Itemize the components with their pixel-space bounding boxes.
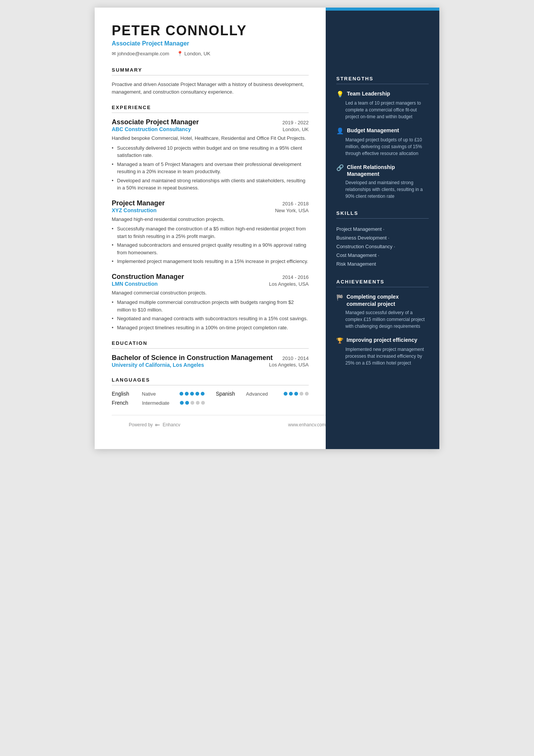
- dot: [201, 392, 205, 396]
- lang-english-dots: [180, 392, 205, 396]
- strength-1-title: Team Leadership: [347, 90, 390, 97]
- strength-2-title-row: 👤 Budget Management: [336, 127, 429, 135]
- languages-section: LANGUAGES English Native Spanish Advance…: [112, 377, 309, 406]
- strength-2: 👤 Budget Management Managed project budg…: [336, 127, 429, 157]
- edu-1-degree: Bachelor of Science in Construction Mana…: [112, 354, 273, 362]
- job-1-bullets: Successfully delivered 10 projects withi…: [112, 144, 309, 192]
- job-1-bullet-3: Developed and maintained strong relation…: [112, 177, 309, 192]
- job-3-header: Construction Manager 2014 - 2016: [112, 273, 309, 281]
- dot: [185, 401, 189, 405]
- candidate-title: Associate Project Manager: [112, 40, 309, 47]
- dot: [180, 392, 183, 396]
- client-relationship-icon: 🔗: [336, 164, 344, 171]
- dot: [201, 401, 205, 405]
- dot: [190, 401, 194, 405]
- skill-4: Cost Management ·: [336, 251, 429, 260]
- summary-section: SUMMARY Proactive and driven Associate P…: [112, 67, 309, 95]
- edu-1-dates: 2010 - 2014: [283, 355, 309, 361]
- job-3-bullets: Managed multiple commercial construction…: [112, 299, 309, 331]
- contact-info: ✉ johndoe@example.com 📍 London, UK: [112, 51, 309, 56]
- dot: [300, 392, 303, 396]
- lang-english: English Native Spanish Advanced: [112, 391, 309, 397]
- job-3-company-row: LMN Construction Los Angeles, USA: [112, 281, 309, 287]
- strength-3-desc: Developed and maintained strong relation…: [336, 179, 429, 200]
- summary-text: Proactive and driven Associate Project M…: [112, 81, 309, 95]
- job-1-bullet-1: Successfully delivered 10 projects withi…: [112, 144, 309, 159]
- edu-1-school-row: University of California, Los Angeles Lo…: [112, 362, 309, 368]
- lang-english-level: Native: [142, 391, 180, 397]
- lang-spanish-name: Spanish: [216, 391, 246, 397]
- achievement-2-title: Improving project efficiency: [347, 337, 417, 343]
- dot: [185, 392, 189, 396]
- dot: [305, 392, 309, 396]
- education-title: EDUCATION: [112, 340, 309, 349]
- strengths-title: STRENGTHS: [336, 76, 429, 84]
- lang-french: French Intermediate: [112, 400, 309, 406]
- edu-1-school: University of California, Los Angeles: [112, 362, 204, 368]
- achievements-title: ACHIEVEMENTS: [336, 279, 429, 287]
- right-panel: STRENGTHS 💡 Team Leadership Led a team o…: [326, 8, 439, 449]
- job-3-bullet-2: Negotiated and managed contracts with su…: [112, 315, 309, 322]
- job-2-dates: 2016 - 2018: [283, 201, 309, 207]
- job-2-company: XYZ Construction: [112, 207, 156, 213]
- job-3-title: Construction Manager: [112, 273, 184, 281]
- skill-1: Project Management ·: [336, 225, 429, 233]
- achievement-1-desc: Managed successful delivery of a complex…: [336, 309, 429, 330]
- location-icon: 📍: [177, 51, 183, 56]
- skills-title: SKILLS: [336, 210, 429, 219]
- strength-3-title: Client Relationship Management: [347, 164, 429, 177]
- job-2-bullets: Successfully managed the construction of…: [112, 225, 309, 265]
- email-contact: ✉ johndoe@example.com: [112, 51, 169, 56]
- job-2-title: Project Manager: [112, 199, 165, 207]
- summary-title: SUMMARY: [112, 67, 309, 75]
- job-1-bullet-2: Managed a team of 5 Project Managers and…: [112, 161, 309, 175]
- dot: [294, 392, 298, 396]
- budget-icon: 👤: [336, 127, 344, 135]
- lang-french-level: Intermediate: [142, 400, 180, 406]
- job-2-location: New York, USA: [275, 208, 309, 213]
- experience-title: EXPERIENCE: [112, 105, 309, 113]
- location-contact: 📍 London, UK: [177, 51, 211, 56]
- dot: [190, 392, 194, 396]
- strength-2-title: Budget Management: [347, 127, 399, 134]
- enhancv-logo-icon: ⟜: [155, 421, 160, 428]
- lang-spanish-level: Advanced: [246, 391, 284, 397]
- job-3-bullet-3: Managed project timelines resulting in a…: [112, 324, 309, 332]
- lang-spanish-dots: [284, 392, 309, 396]
- candidate-name: PETER CONNOLLY: [112, 23, 309, 39]
- job-3-dates: 2014 - 2016: [283, 274, 309, 280]
- strength-1: 💡 Team Leadership Led a team of 10 proje…: [336, 90, 429, 120]
- edu-1-header: Bachelor of Science in Construction Mana…: [112, 354, 309, 362]
- strength-3: 🔗 Client Relationship Management Develop…: [336, 164, 429, 200]
- team-leadership-icon: 💡: [336, 91, 344, 98]
- edu-1: Bachelor of Science in Construction Mana…: [112, 354, 309, 368]
- dot: [289, 392, 293, 396]
- skills-section: SKILLS Project Management · Business Dev…: [336, 210, 429, 268]
- lang-french-name: French: [112, 400, 142, 406]
- job-1-location: London, UK: [283, 127, 309, 132]
- lang-french-dots: [180, 401, 205, 405]
- footer-brand: Powered by ⟜ Enhancv: [129, 421, 180, 428]
- languages-title: LANGUAGES: [112, 377, 309, 385]
- completing-project-icon: 🏁: [336, 294, 344, 301]
- job-2-header: Project Manager 2016 - 2018: [112, 199, 309, 207]
- dot: [195, 392, 199, 396]
- achievement-2-title-row: 🏆 Improving project efficiency: [336, 337, 429, 344]
- dot: [196, 401, 200, 405]
- skill-5: Risk Management: [336, 260, 429, 268]
- lang-english-name: English: [112, 391, 142, 397]
- job-2-bullet-3: Implemented project management tools res…: [112, 258, 309, 265]
- job-1-desc: Handled bespoke Commercial, Hotel, Healt…: [112, 135, 309, 142]
- job-2: Project Manager 2016 - 2018 XYZ Construc…: [112, 199, 309, 265]
- strengths-section: STRENGTHS 💡 Team Leadership Led a team o…: [336, 76, 429, 200]
- footer-website: www.enhancv.com: [288, 422, 326, 427]
- job-1-dates: 2019 - 2022: [283, 120, 309, 125]
- resume-header: PETER CONNOLLY Associate Project Manager…: [112, 23, 309, 56]
- job-2-desc: Managed high-end residential constructio…: [112, 216, 309, 223]
- job-1-header: Associate Project Manager 2019 - 2022: [112, 118, 309, 126]
- job-3-bullet-1: Managed multiple commercial construction…: [112, 299, 309, 313]
- achievement-1-title-row: 🏁 Completing complex commercial project: [336, 293, 429, 307]
- job-2-bullet-1: Successfully managed the construction of…: [112, 225, 309, 240]
- email-value: johndoe@example.com: [117, 51, 169, 56]
- strength-2-desc: Managed project budgets of up to £10 mil…: [336, 136, 429, 157]
